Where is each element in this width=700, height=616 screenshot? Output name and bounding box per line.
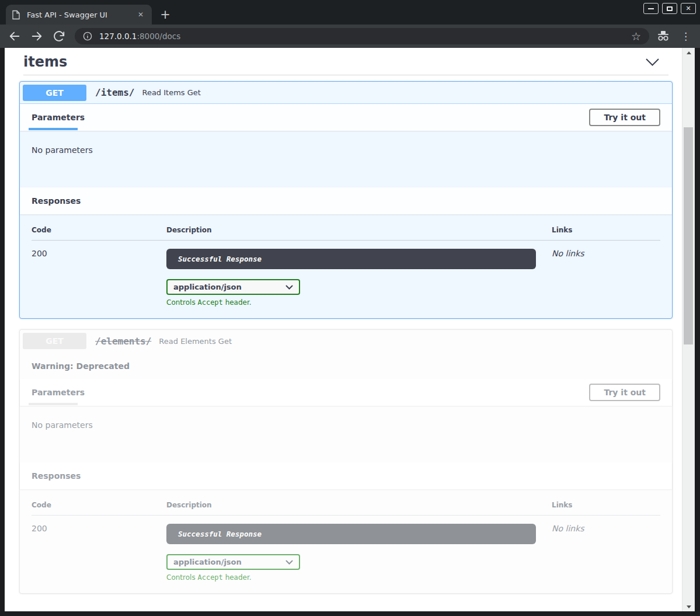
address-bar[interactable]: 127.0.0.1:8000/docs ☆ — [75, 28, 649, 44]
responses-body: Code Description Links 200 Successful Re… — [20, 214, 672, 318]
try-it-out-button[interactable]: Try it out — [589, 384, 660, 401]
column-header-description: Description — [166, 501, 552, 516]
close-icon: ✕ — [685, 5, 691, 12]
operation-summary: Read Elements Get — [159, 337, 232, 346]
tag-section-header[interactable]: items — [23, 51, 668, 75]
response-links: No links — [552, 241, 660, 307]
tab-title: Fast API - Swagger UI — [27, 11, 135, 19]
browser-menu-icon[interactable]: ⋮ — [681, 30, 691, 42]
operation-summary: Read Items Get — [142, 88, 200, 97]
scrollbar[interactable] — [682, 48, 695, 611]
operation-path: /items/ — [95, 87, 134, 98]
method-badge: GET — [23, 85, 86, 101]
responses-body: Code Description Links 200 Successful Re… — [20, 489, 672, 593]
minimize-icon — [648, 8, 654, 9]
response-description-cell: Successful Response application/json Con… — [166, 241, 552, 307]
select-chevron-icon — [285, 560, 293, 565]
accept-note-prefix: Controls — [166, 298, 197, 307]
page-viewport: items GET /items/ Read Items Get Paramet… — [5, 48, 695, 611]
browser-window: Fast API - Swagger UI ✕ + ✕ 127.0.0.1:80… — [0, 0, 700, 616]
maximize-icon — [667, 6, 673, 11]
scroll-up-button[interactable] — [682, 48, 695, 57]
responses-table: Code Description Links 200 Successful Re… — [32, 501, 660, 582]
responses-title: Responses — [32, 471, 81, 481]
method-badge: GET — [23, 333, 86, 349]
media-type-value: application/json — [173, 558, 242, 566]
close-button[interactable]: ✕ — [681, 3, 696, 14]
deprecated-warning: Warning: Deprecated — [20, 352, 672, 379]
opblock-get-items: GET /items/ Read Items Get Parameters Tr… — [19, 81, 673, 319]
url-path: :8000/docs — [137, 32, 180, 41]
accept-note-suffix: header. — [223, 573, 252, 582]
chevron-down-icon[interactable] — [645, 58, 660, 67]
response-code: 200 — [32, 516, 166, 582]
browser-toolbar: 127.0.0.1:8000/docs ☆ ⋮ — [0, 25, 700, 48]
new-tab-button[interactable]: + — [156, 6, 174, 23]
bookmark-star-icon[interactable]: ☆ — [631, 30, 641, 43]
forward-button[interactable] — [30, 30, 43, 43]
opblock-summary[interactable]: GET /elements/ Read Elements Get — [20, 330, 672, 352]
browser-tab[interactable]: Fast API - Swagger UI ✕ — [6, 5, 152, 25]
accept-note-suffix: header. — [223, 298, 252, 307]
reload-button[interactable] — [53, 30, 65, 43]
titlebar: Fast API - Swagger UI ✕ + ✕ — [0, 0, 700, 25]
media-type-value: application/json — [173, 283, 242, 291]
swagger-content: items GET /items/ Read Items Get Paramet… — [5, 48, 682, 611]
accept-note-code: Accept — [197, 573, 222, 582]
operation-path: /elements/ — [95, 336, 151, 347]
opblock-summary[interactable]: GET /items/ Read Items Get — [20, 82, 672, 104]
parameters-header: Parameters Try it out — [20, 379, 672, 406]
column-header-description: Description — [166, 226, 552, 241]
responses-table: Code Description Links 200 Successful Re… — [32, 226, 660, 307]
response-links: No links — [552, 516, 660, 582]
response-code: 200 — [32, 241, 166, 307]
column-header-code: Code — [32, 501, 166, 516]
site-info-icon[interactable] — [83, 32, 92, 41]
responses-header: Responses — [20, 187, 672, 214]
maximize-button[interactable] — [662, 3, 677, 14]
tab-close-icon[interactable]: ✕ — [135, 9, 146, 20]
opblock-get-elements-deprecated: GET /elements/ Read Elements Get Warning… — [19, 329, 673, 594]
url-text: 127.0.0.1:8000/docs — [99, 32, 626, 41]
responses-title: Responses — [32, 196, 81, 206]
accept-note: Controls Accept header. — [166, 298, 552, 307]
scroll-down-icon — [687, 605, 691, 608]
parameters-header: Parameters Try it out — [20, 104, 672, 131]
back-button[interactable] — [8, 30, 21, 43]
parameters-title: Parameters — [32, 388, 85, 397]
try-it-out-button[interactable]: Try it out — [589, 109, 660, 126]
response-description-cell: Successful Response application/json Con… — [166, 516, 552, 582]
parameters-body: No parameters — [20, 131, 672, 187]
response-description: Successful Response — [166, 249, 536, 269]
scroll-down-button[interactable] — [682, 602, 695, 611]
page-favicon-icon — [12, 10, 20, 20]
accept-note-code: Accept — [197, 298, 222, 307]
url-host: 127.0.0.1 — [99, 32, 137, 41]
no-parameters-text: No parameters — [32, 145, 93, 155]
tag-title: items — [23, 54, 67, 70]
parameters-body: No parameters — [20, 406, 672, 462]
scroll-up-icon — [687, 51, 691, 54]
accept-note: Controls Accept header. — [166, 573, 552, 582]
select-chevron-icon — [285, 285, 293, 290]
response-description: Successful Response — [166, 524, 536, 544]
media-type-select[interactable]: application/json — [166, 554, 300, 570]
column-header-code: Code — [32, 226, 166, 241]
window-controls: ✕ — [643, 3, 696, 14]
accept-note-prefix: Controls — [166, 573, 197, 582]
no-parameters-text: No parameters — [32, 420, 93, 430]
media-type-select[interactable]: application/json — [166, 279, 300, 295]
incognito-icon — [656, 30, 670, 43]
scrollbar-thumb[interactable] — [684, 127, 693, 344]
column-header-links: Links — [552, 226, 660, 241]
minimize-button[interactable] — [643, 3, 659, 14]
responses-header: Responses — [20, 462, 672, 489]
column-header-links: Links — [552, 501, 660, 516]
parameters-title: Parameters — [32, 113, 85, 122]
